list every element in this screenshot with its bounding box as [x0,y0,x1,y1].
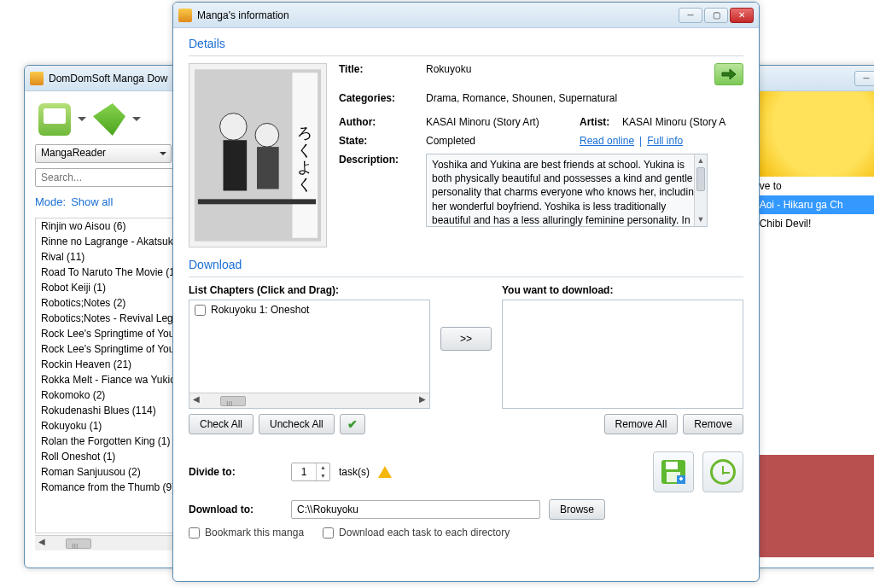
list-item[interactable]: \\Chibi Devil! [749,214,874,233]
tag-icon[interactable] [93,103,125,136]
check-icon: ✔ [347,417,358,431]
chapters-listbox[interactable]: Rokuyoku 1: Oneshot ◀ III ▶ [189,300,430,409]
scroll-thumb[interactable] [696,167,705,191]
download-heading: Download [189,258,743,271]
each-dir-checkbox-label[interactable]: Download each task to each directory [323,527,510,539]
description-scrollbar[interactable]: ▲ ▼ [694,154,707,226]
tasks-label: task(s) [339,466,370,478]
categories-label: Categories: [339,92,426,104]
uncheck-all-button[interactable]: Uncheck All [259,414,335,434]
chapters-hscroll[interactable]: ◀ III ▶ [189,393,429,408]
mode-value[interactable]: Show all [71,195,113,208]
scroll-down-icon[interactable]: ▼ [695,213,707,226]
cover-image: ろくよく [189,63,327,247]
right-titlebar[interactable]: ─ ▢ ✕ [749,66,874,91]
spin-up-icon[interactable]: ▲ [317,463,329,472]
you-want-label: You want to download: [502,284,743,296]
maximize-button[interactable]: ▢ [704,8,728,23]
svg-rect-8 [198,199,316,204]
details-heading: Details [189,37,743,50]
bookmark-checkbox-label[interactable]: Bookmark this manga [189,527,304,539]
download-path-input[interactable] [291,500,540,519]
divide-label: Divide to: [189,466,283,478]
svg-point-4 [220,114,248,141]
chevron-down-icon[interactable] [132,117,141,125]
state-label: State: [339,135,426,147]
check-all-button[interactable]: Check All [189,414,253,434]
categories-value: Drama, Romance, Shounen, Supernatural [426,92,743,104]
list-chapters-label: List Chapters (Click and Drag): [189,284,430,296]
chocobo-art [749,91,874,177]
svg-point-6 [255,123,279,147]
warning-icon [378,459,392,478]
app-icon [178,9,192,22]
chevron-down-icon[interactable] [78,117,86,125]
author-value: KASAI Minoru (Story Art) [426,116,580,128]
confirm-check-button[interactable]: ✔ [340,414,365,434]
save-queue-button[interactable] [653,451,694,492]
browse-button[interactable]: Browse [549,499,605,520]
artist-value: KASAI Minoru (Story A [622,116,743,128]
minimize-button[interactable]: ─ [854,71,874,86]
clock-icon [710,459,736,485]
divide-input[interactable] [292,463,316,480]
source-combo[interactable]: MangaReader [35,144,172,163]
scroll-left-icon[interactable]: ◀ [35,537,49,550]
close-button[interactable]: ✕ [730,8,754,23]
svg-rect-10 [666,462,678,469]
divide-spinner[interactable]: ▲▼ [291,463,330,481]
description-box[interactable]: Yoshika and Yukina are best friends at s… [426,154,708,227]
download-to-label: Download to: [189,504,283,515]
svg-rect-5 [224,140,248,190]
title-label: Title: [339,63,426,75]
calendar-icon[interactable] [38,103,71,136]
read-online-link[interactable]: Read online [580,135,634,147]
character-art [749,455,874,557]
download-listbox[interactable] [502,300,743,409]
minimize-button[interactable]: ─ [679,8,702,23]
artist-label: Artist: [580,116,622,128]
arrow-right-icon [721,68,737,80]
svg-rect-7 [257,147,279,189]
main-window-title: Manga's information [197,9,679,21]
description-label: Description: [339,154,426,227]
title-value: Rokuyoku [426,63,714,75]
list-item[interactable]: \\Aoi - Hikaru ga Ch [749,195,874,214]
scroll-thumb[interactable]: III [66,539,91,549]
description-text: Yoshika and Yukina are best friends at s… [432,159,700,226]
each-dir-checkbox[interactable] [323,527,334,539]
scroll-left-icon[interactable]: ◀ [189,394,203,408]
remove-all-button[interactable]: Remove All [604,414,679,434]
schedule-button[interactable] [702,451,743,492]
save-to-label: ave to [749,177,874,195]
scroll-up-icon[interactable]: ▲ [695,154,707,167]
mode-label: Mode: [35,195,66,208]
right-window: ─ ▢ ✕ ave to \\Aoi - Hikaru ga Ch \\Chib… [748,65,874,568]
full-info-link[interactable]: Full info [647,135,683,147]
author-label: Author: [339,116,426,128]
svg-text:ろくよく: ろくよく [296,115,313,193]
spin-down-icon[interactable]: ▼ [317,472,329,480]
next-arrow-button[interactable] [714,63,743,85]
chapter-label: Rokuyoku 1: Oneshot [211,304,309,316]
floppy-icon [660,458,687,486]
bookmark-checkbox[interactable] [189,527,200,539]
app-icon [30,72,44,85]
scroll-right-icon[interactable]: ▶ [416,394,429,408]
transfer-button[interactable]: >> [440,327,492,351]
chapter-item[interactable]: Rokuyoku 1: Oneshot [189,300,429,319]
main-window: Manga's information ─ ▢ ✕ Details ろくよく [172,2,760,582]
state-value: Completed [426,135,580,147]
chapter-checkbox[interactable] [195,305,206,316]
main-titlebar[interactable]: Manga's information ─ ▢ ✕ [173,3,759,28]
remove-button[interactable]: Remove [683,414,743,434]
scroll-thumb[interactable]: III [220,396,246,406]
